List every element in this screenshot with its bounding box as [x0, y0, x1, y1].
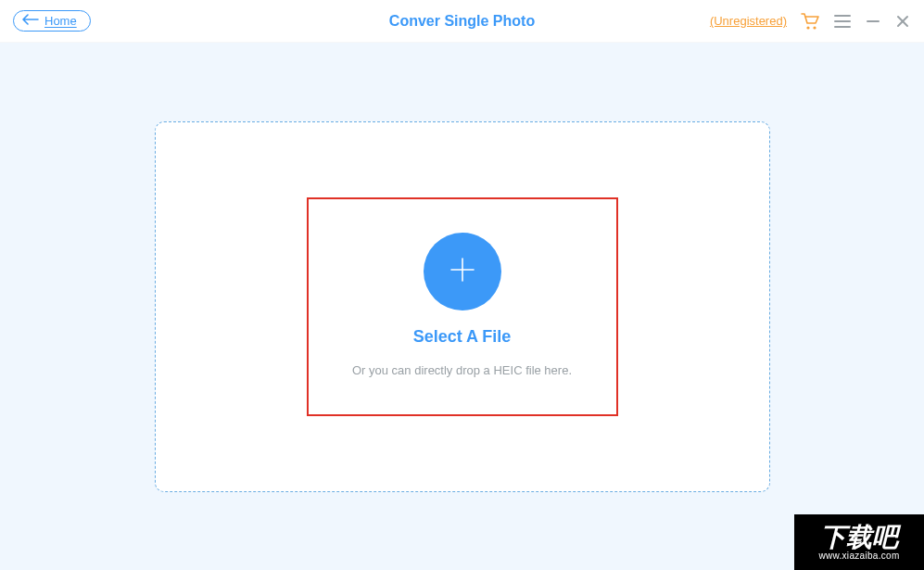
header: Home Conver Single Photo (Unregistered) [0, 0, 924, 43]
main-area: Select A File Or you can directly drop a… [0, 43, 924, 570]
highlight-box: Select A File Or you can directly drop a… [307, 197, 618, 416]
select-file-subtitle: Or you can directly drop a HEIC file her… [352, 363, 572, 377]
add-file-button[interactable] [424, 233, 501, 310]
arrow-left-icon [22, 14, 39, 28]
svg-point-1 [813, 26, 816, 29]
home-button-label: Home [44, 14, 77, 28]
file-dropzone[interactable]: Select A File Or you can directly drop a… [155, 121, 770, 492]
menu-icon[interactable] [833, 14, 852, 29]
page-title: Conver Single Photo [389, 13, 535, 30]
minimize-icon[interactable] [865, 13, 881, 30]
svg-point-0 [806, 26, 809, 29]
select-file-title: Select A File [413, 327, 512, 347]
plus-icon [446, 253, 479, 290]
unregistered-link[interactable]: (Unregistered) [710, 14, 787, 28]
header-right: (Unregistered) [710, 12, 911, 31]
watermark-url: www.xiazaiba.com [818, 551, 899, 561]
home-button[interactable]: Home [13, 10, 91, 32]
watermark: 下载吧 www.xiazaiba.com [794, 514, 924, 570]
cart-icon[interactable] [800, 12, 820, 31]
close-icon[interactable] [894, 13, 911, 30]
watermark-text: 下载吧 [820, 525, 898, 551]
